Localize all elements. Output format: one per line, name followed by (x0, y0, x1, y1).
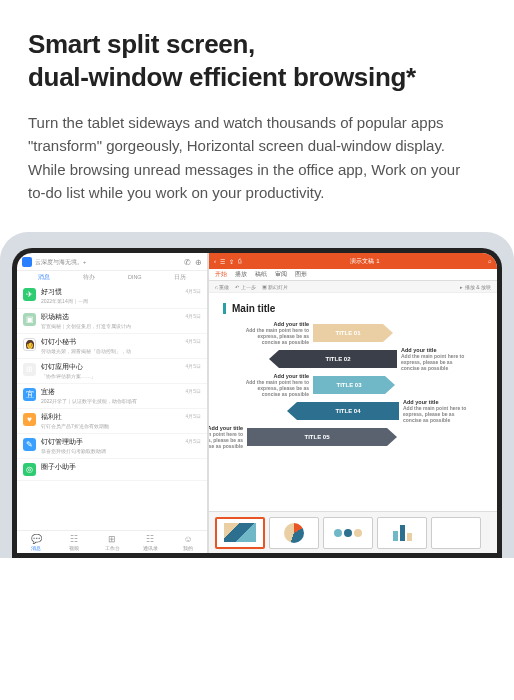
arrow-2: TITLE 02 Add your titleAdd the main poin… (269, 348, 397, 370)
arrow-5: TITLE 05 Add your titleAdd the main poin… (247, 426, 397, 448)
left-tabs: 消息 待办 DING 日历 (17, 271, 207, 284)
message-list: ✈ 好习惯2022年第14周｜一周 4月5日▣ 职场精选官宣揭秘｜文创征集启，打… (17, 284, 207, 530)
nav-video[interactable]: ☷视频 (55, 534, 93, 551)
tool-undo[interactable]: ↶ 上一步 (235, 284, 255, 290)
presentation-titlebar: ‹ ☰ ⇪ ⎙ 演示文稿 1 ⌕ (209, 253, 497, 269)
tool-newslide[interactable]: ▣ 新幻灯片 (262, 284, 288, 290)
thumbnail-5[interactable] (431, 517, 481, 549)
slide-main-title: Main title (223, 303, 483, 314)
list-item[interactable]: ♥ 福利社钉钉会员产品7折送你有效期翻 4月5日 (17, 409, 207, 434)
thumbnail-2[interactable] (269, 517, 319, 549)
list-item[interactable]: ✎ 钉钉管理助手恭喜您升级打勾考勤取数助调 4月5日 (17, 434, 207, 459)
workspace-title[interactable]: 云深度与海无境。+ (35, 259, 181, 266)
arrow-3: TITLE 03 Add your titleAdd the main poin… (313, 374, 395, 396)
tablet-device: 云深度与海无境。+ ✆ ⊕ 消息 待办 DING 日历 ✈ 好习惯2022年第1… (0, 232, 514, 558)
menu-start[interactable]: 开始 (215, 271, 227, 278)
app-logo-icon (22, 257, 32, 267)
list-item[interactable]: ✈ 好习惯2022年第14周｜一周 4月5日 (17, 284, 207, 309)
list-item[interactable]: ⊞ 钉钉应用中心「协作评估新方案……」 4月5日 (17, 359, 207, 384)
left-app-panel: 云深度与海无境。+ ✆ ⊕ 消息 待办 DING 日历 ✈ 好习惯2022年第1… (17, 253, 209, 553)
arrow-diagram: TITLE 01 Add your titleAdd the main poin… (223, 322, 483, 462)
nav-messages[interactable]: 💬消息 (17, 534, 55, 551)
right-app-panel: ‹ ☰ ⇪ ⎙ 演示文稿 1 ⌕ 开始 播放 稿纸 审阅 图形 ⎌ 重做 ↶ 上… (209, 253, 497, 553)
file-icon[interactable]: ☰ (220, 258, 225, 265)
thumbnail-1[interactable] (215, 517, 265, 549)
thumbnail-4[interactable] (377, 517, 427, 549)
tab-messages[interactable]: 消息 (22, 274, 66, 281)
bottom-nav: 💬消息 ☷视频 ⊞工作台 ☷通讯录 ☺我的 (17, 530, 207, 553)
back-icon[interactable]: ‹ (214, 258, 216, 265)
add-icon[interactable]: ⊕ (195, 258, 202, 267)
tab-calendar[interactable]: 日历 (159, 274, 203, 281)
page-heading: Smart split screen,dual-window efficient… (28, 28, 486, 93)
presentation-toolbar: ⎌ 重做 ↶ 上一步 ▣ 新幻灯片 ▸ 播放 & 放映 (209, 281, 497, 293)
list-item[interactable]: 👩 钉钉小秘书劳动最光荣，观看揭秘「自动控制」，动 4月5日 (17, 334, 207, 359)
search-icon[interactable]: ⌕ (488, 258, 492, 264)
list-item[interactable]: 宜 宜搭2022开学了｜认证数字化技能，助你职场有 4月5日 (17, 384, 207, 409)
arrow-4: TITLE 04 Add your titleAdd the main poin… (287, 400, 399, 422)
slide-thumbnails (209, 511, 497, 553)
presentation-menu: 开始 播放 稿纸 审阅 图形 (209, 269, 497, 281)
nav-me[interactable]: ☺我的 (169, 534, 207, 551)
nav-contacts[interactable]: ☷通讯录 (131, 534, 169, 551)
tool-redo[interactable]: ⎌ 重做 (215, 284, 229, 290)
list-item[interactable]: ◎ 圈子小助手 (17, 459, 207, 481)
menu-review[interactable]: 审阅 (275, 271, 287, 278)
thumbnail-3[interactable] (323, 517, 373, 549)
nav-work[interactable]: ⊞工作台 (93, 534, 131, 551)
menu-shape[interactable]: 图形 (295, 271, 307, 278)
list-item[interactable]: ▣ 职场精选官宣揭秘｜文创征集启，打造专属设计内 4月5日 (17, 309, 207, 334)
call-icon[interactable]: ✆ (184, 258, 191, 267)
tab-ding[interactable]: DING (113, 274, 157, 281)
slide-canvas[interactable]: Main title TITLE 01 Add your titleAdd th… (209, 293, 497, 511)
tab-todo[interactable]: 待办 (68, 274, 112, 281)
left-app-header: 云深度与海无境。+ ✆ ⊕ (17, 253, 207, 271)
page-description: Turn the tablet sideways and watch thous… (28, 111, 478, 204)
menu-paper[interactable]: 稿纸 (255, 271, 267, 278)
menu-play[interactable]: 播放 (235, 271, 247, 278)
document-title: 演示文稿 1 (242, 257, 488, 266)
share-icon[interactable]: ⇪ (229, 258, 234, 265)
arrow-1: TITLE 01 Add your titleAdd the main poin… (313, 322, 393, 344)
tool-present[interactable]: ▸ 播放 & 放映 (460, 284, 491, 290)
